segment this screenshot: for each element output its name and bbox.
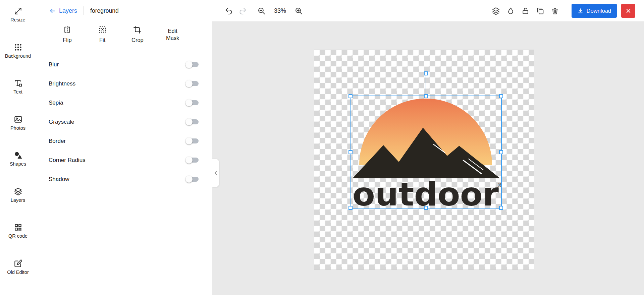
zoom-in-button[interactable] (293, 6, 304, 16)
blur-toggle[interactable] (186, 62, 199, 67)
blur-tool-button[interactable] (505, 6, 516, 16)
resize-handle-e[interactable] (499, 150, 503, 154)
resize-handle-nw[interactable] (348, 94, 353, 98)
layers-stack-icon (492, 7, 500, 15)
zoom-in-icon (294, 7, 303, 15)
duplicate-icon (536, 7, 544, 15)
filter-label: Blur (49, 61, 59, 68)
shadow-toggle[interactable] (186, 177, 199, 182)
resize-handle-s[interactable] (424, 206, 428, 210)
filter-row-brightness: Brightness (36, 74, 212, 93)
background-icon (14, 43, 22, 52)
fit-icon (98, 25, 107, 34)
redo-icon (238, 7, 247, 15)
zoom-group: 33% (256, 6, 304, 16)
delete-button[interactable] (550, 6, 560, 16)
flip-icon (63, 25, 71, 34)
download-button[interactable]: Download (572, 4, 617, 18)
toggle-knob (185, 176, 193, 183)
filter-row-blur: Blur (36, 55, 212, 74)
back-to-layers-button[interactable]: Layers (49, 7, 77, 14)
text-icon (14, 79, 22, 87)
crop-icon (133, 25, 142, 34)
image-editor-app: Resize Background Text Photos Shapes (0, 0, 644, 295)
sidebar-item-label: Photos (10, 126, 25, 131)
fit-button[interactable]: Fit (85, 25, 120, 44)
filter-label: Sepia (49, 100, 63, 106)
rotate-handle[interactable] (424, 71, 428, 75)
sidebar-item-label: Resize (10, 17, 25, 23)
layer-properties-panel: Layers foreground Flip Fit (36, 0, 212, 295)
filter-row-sepia: Sepia (36, 93, 212, 112)
sidebar-item-resize[interactable]: Resize (0, 7, 36, 43)
toggle-knob (185, 80, 193, 87)
resize-handle-w[interactable] (348, 150, 353, 154)
duplicate-button[interactable] (535, 6, 545, 16)
tool-label: Fit (99, 37, 105, 44)
back-button-label: Layers (59, 7, 77, 14)
lock-button[interactable] (520, 6, 531, 16)
qr-code-icon (14, 223, 22, 232)
resize-handle-sw[interactable] (348, 206, 353, 210)
sepia-toggle[interactable] (186, 100, 199, 105)
download-icon (577, 8, 584, 14)
sidebar-item-label: Shapes (10, 162, 26, 167)
old-editor-icon (14, 259, 22, 268)
photos-icon (14, 115, 22, 124)
border-toggle[interactable] (186, 138, 199, 143)
filter-row-shadow: Shadow (36, 170, 212, 189)
filter-label: Corner Radius (49, 157, 86, 164)
filter-label: Grayscale (49, 119, 74, 125)
resize-handle-n[interactable] (424, 94, 428, 98)
layer-actions-group (491, 6, 560, 16)
undo-button[interactable] (224, 6, 234, 16)
chevron-left-icon (214, 171, 217, 175)
resize-handle-se[interactable] (499, 206, 503, 210)
panel-collapse-tab[interactable] (212, 159, 219, 187)
unlock-icon (521, 7, 530, 15)
zoom-out-icon (257, 7, 266, 15)
download-label: Download (587, 8, 611, 14)
corner-radius-toggle[interactable] (186, 158, 199, 163)
logo-wordmark: outdoor (353, 175, 499, 209)
filter-label: Shadow (49, 176, 69, 183)
layer-name[interactable]: foreground (90, 7, 119, 14)
toggle-knob (185, 99, 193, 106)
resize-handle-ne[interactable] (499, 94, 503, 98)
zoom-out-button[interactable] (256, 6, 267, 16)
sidebar-item-old-editor[interactable]: Old Editor (0, 259, 36, 295)
zoom-level: 33% (273, 7, 287, 14)
flip-button[interactable]: Flip (50, 25, 85, 44)
foreground-image[interactable]: outdoor ® (350, 96, 502, 209)
brightness-toggle[interactable] (186, 81, 199, 86)
sidebar-item-text[interactable]: Text (0, 79, 36, 115)
history-group (224, 6, 248, 16)
tool-label: Edit Mask (163, 27, 182, 42)
sidebar-item-background[interactable]: Background (0, 43, 36, 79)
sidebar-item-shapes[interactable]: Shapes (0, 151, 36, 187)
sidebar-item-photos[interactable]: Photos (0, 115, 36, 151)
toolbar-divider (252, 6, 252, 16)
panel-header: Layers foreground (36, 0, 212, 21)
redo-button[interactable] (237, 6, 248, 16)
arrange-layers-button[interactable] (491, 6, 501, 16)
toggle-knob (185, 137, 193, 144)
toggle-knob (185, 118, 193, 125)
trash-icon (551, 7, 559, 15)
crop-button[interactable]: Crop (120, 25, 155, 44)
canvas-toolbar: 33% (212, 0, 644, 22)
sidebar-item-label: Old Editor (7, 270, 29, 275)
grayscale-toggle[interactable] (186, 119, 199, 124)
resize-icon (14, 7, 22, 15)
sidebar-item-label: QR code (8, 234, 28, 239)
sidebar-item-qr-code[interactable]: QR code (0, 223, 36, 259)
sidebar-item-layers[interactable]: Layers (0, 187, 36, 223)
image-tools-row: Flip Fit Crop Edit Mask (36, 21, 212, 47)
tool-label: Crop (131, 37, 144, 44)
canvas[interactable]: outdoor ® (212, 22, 644, 295)
sidebar-item-label: Layers (11, 198, 25, 203)
close-editor-button[interactable] (621, 4, 635, 18)
sidebar-item-label: Text (13, 90, 22, 95)
edit-mask-button[interactable]: Edit Mask (155, 27, 190, 42)
close-icon (625, 8, 632, 14)
